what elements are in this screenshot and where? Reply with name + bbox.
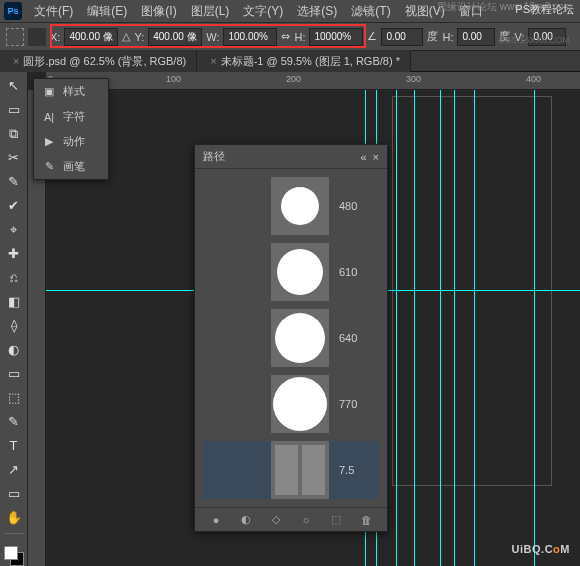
brush-tool[interactable]: ⌖	[3, 220, 25, 240]
path-thumb	[271, 375, 329, 433]
path-value: 610	[339, 266, 379, 278]
h2-label: H:	[442, 31, 453, 43]
styles-icon: ▣	[42, 85, 56, 98]
angle-input[interactable]	[381, 28, 423, 46]
triangle-icon: △	[122, 30, 130, 43]
menu-file[interactable]: 文件(F)	[28, 1, 79, 22]
path-item-selected[interactable]: 7.5	[203, 441, 379, 499]
marquee-tool[interactable]: ▭	[3, 100, 25, 120]
stroke-path-button[interactable]: ◐	[238, 512, 254, 528]
color-swatch[interactable]	[4, 546, 24, 566]
path-item[interactable]: 640	[203, 309, 379, 367]
panel-styles[interactable]: ▣样式	[34, 79, 108, 104]
tab-close-icon[interactable]: ×	[13, 55, 19, 67]
crop-tool[interactable]: ✂	[3, 148, 25, 168]
ruler-horizontal[interactable]: 0 100 200 300 400	[46, 72, 580, 90]
eraser-tool[interactable]: ◧	[3, 292, 25, 312]
ruler-tick: 400	[526, 74, 541, 84]
pen-tool[interactable]: ⬚	[3, 387, 25, 407]
w-label: W:	[206, 31, 219, 43]
guide-vertical[interactable]	[414, 90, 415, 566]
h-label: H:	[294, 31, 305, 43]
path-value: 7.5	[339, 464, 379, 476]
tool-separator	[4, 533, 24, 534]
x-input[interactable]	[64, 28, 118, 46]
link-icon[interactable]: ⇔	[281, 30, 290, 43]
guide-vertical[interactable]	[440, 90, 441, 566]
y-input[interactable]	[148, 28, 202, 46]
menu-edit[interactable]: 编辑(E)	[81, 1, 133, 22]
artboard-rect	[392, 96, 552, 486]
tab-doc-1[interactable]: ×圆形.psd @ 62.5% (背景, RGB/8)	[0, 50, 197, 72]
eyedropper-tool[interactable]: ✎	[3, 172, 25, 192]
path-thumb	[271, 441, 329, 499]
path-thumb	[271, 309, 329, 367]
menu-filter[interactable]: 滤镜(T)	[345, 1, 396, 22]
menu-layer[interactable]: 图层(L)	[185, 1, 236, 22]
watermark-top3: BBS.16XX8.COM	[499, 35, 570, 45]
h-input[interactable]	[309, 28, 363, 46]
hand-tool[interactable]: ▭	[3, 483, 25, 503]
fill-path-button[interactable]: ●	[208, 512, 224, 528]
blur-tool[interactable]: ◐	[3, 339, 25, 359]
path-select-tool[interactable]: T	[3, 435, 25, 455]
load-selection-button[interactable]: ◇	[268, 512, 284, 528]
brand-watermark: UiBQ.CoM	[512, 535, 570, 558]
actions-icon: ▶	[42, 135, 56, 148]
guide-vertical[interactable]	[454, 90, 455, 566]
delete-path-button[interactable]: 🗑	[358, 512, 374, 528]
opt-icon[interactable]	[6, 28, 24, 46]
reference-point-icon[interactable]	[28, 28, 46, 46]
tab-doc-2[interactable]: ×未标题-1 @ 59.5% (图层 1, RGB/8) *	[197, 50, 411, 72]
ruler-tick: 200	[286, 74, 301, 84]
gradient-tool[interactable]: ⟠	[3, 316, 25, 336]
close-icon[interactable]: ×	[373, 151, 379, 163]
y-label: Y:	[134, 31, 144, 43]
brushes-icon: ✎	[42, 160, 56, 173]
paths-panel-title: 路径	[203, 149, 225, 164]
app-root: Ps 文件(F) 编辑(E) 图像(I) 图层(L) 文字(Y) 选择(S) 滤…	[0, 0, 580, 566]
menu-select[interactable]: 选择(S)	[291, 1, 343, 22]
path-thumb	[271, 243, 329, 301]
deg-label: 度	[427, 29, 438, 44]
path-item[interactable]: 480	[203, 177, 379, 235]
move-tool[interactable]: ↖	[3, 76, 25, 96]
path-item[interactable]: 770	[203, 375, 379, 433]
paths-list: 480 610 640 770 7.5	[195, 169, 387, 507]
make-workpath-button[interactable]: ○	[298, 512, 314, 528]
h2-input[interactable]	[457, 28, 495, 46]
lasso-tool[interactable]: ⧉	[3, 124, 25, 144]
menu-type[interactable]: 文字(Y)	[237, 1, 289, 22]
paths-panel: 路径 «× 480 610 640 770 7.5	[194, 144, 388, 532]
type-tool[interactable]: ✎	[3, 411, 25, 431]
panel-character[interactable]: A|字符	[34, 104, 108, 129]
heal-tool[interactable]: ✔	[3, 196, 25, 216]
dodge-tool[interactable]: ▭	[3, 363, 25, 383]
guide-vertical[interactable]	[474, 90, 475, 566]
path-value: 770	[339, 398, 379, 410]
path-item[interactable]: 610	[203, 243, 379, 301]
paths-panel-header[interactable]: 路径 «×	[195, 145, 387, 169]
guide-vertical[interactable]	[396, 90, 397, 566]
character-icon: A|	[42, 111, 56, 123]
menu-image[interactable]: 图像(I)	[135, 1, 182, 22]
collapse-icon[interactable]: «	[360, 151, 366, 163]
w-input[interactable]	[223, 28, 277, 46]
x-label: X:	[50, 31, 60, 43]
path-value: 640	[339, 332, 379, 344]
zoom-tool[interactable]: ✋	[3, 507, 25, 527]
stamp-tool[interactable]: ✚	[3, 244, 25, 264]
toolbar: ↖ ▭ ⧉ ✂ ✎ ✔ ⌖ ✚ ⎌ ◧ ⟠ ◐ ▭ ⬚ ✎ T ↗ ▭ ✋	[0, 72, 28, 566]
document-tabs: ×圆形.psd @ 62.5% (背景, RGB/8) ×未标题-1 @ 59.…	[0, 50, 580, 72]
new-path-button[interactable]: ⬚	[328, 512, 344, 528]
tab-close-icon[interactable]: ×	[210, 55, 216, 67]
panel-brushes[interactable]: ✎画笔	[34, 154, 108, 179]
shape-tool[interactable]: ↗	[3, 459, 25, 479]
panel-actions[interactable]: ▶动作	[34, 129, 108, 154]
guide-vertical[interactable]	[534, 90, 535, 566]
history-brush-tool[interactable]: ⎌	[3, 268, 25, 288]
options-bar: X: △ Y: W: ⇔ H: ∠ 度 H: 度 V: BBS.16XX8.CO…	[0, 22, 580, 50]
ruler-tick: 300	[406, 74, 421, 84]
path-thumb	[271, 177, 329, 235]
menubar: Ps 文件(F) 编辑(E) 图像(I) 图层(L) 文字(Y) 选择(S) 滤…	[0, 0, 580, 22]
